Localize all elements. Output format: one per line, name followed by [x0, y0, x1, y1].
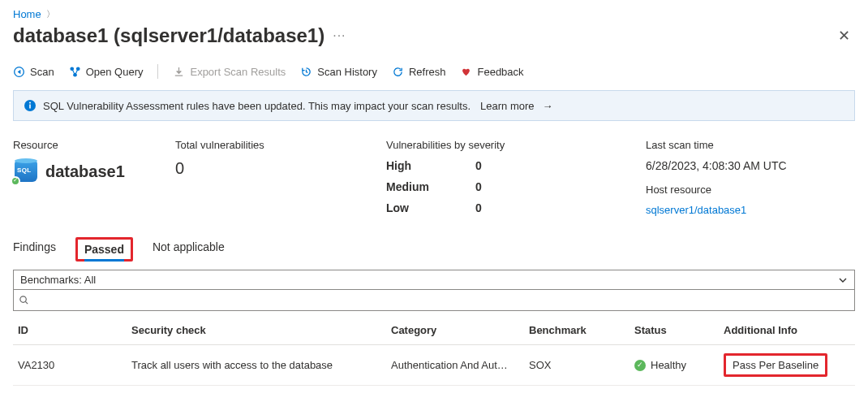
- tab-not-applicable[interactable]: Not applicable: [153, 240, 225, 258]
- open-query-button[interactable]: Open Query: [69, 66, 144, 78]
- col-benchmark[interactable]: Benchmark: [524, 318, 630, 345]
- last-scan-label: Last scan time: [646, 139, 855, 151]
- scan-button[interactable]: Scan: [13, 66, 54, 78]
- more-actions-button[interactable]: ···: [333, 28, 346, 43]
- total-vuln-label: Total vulnerabilities: [175, 139, 386, 151]
- col-id[interactable]: ID: [13, 318, 127, 345]
- cell-category: Authentication And Aut…: [386, 345, 524, 386]
- last-scan-value: 6/28/2023, 4:08:30 AM UTC: [646, 159, 855, 172]
- sev-low-value: 0: [475, 201, 646, 214]
- banner-text: SQL Vulnerability Assessment rules have …: [43, 100, 471, 112]
- page-title: database1 (sqlserver1/database1): [13, 24, 324, 47]
- open-query-label: Open Query: [86, 66, 144, 78]
- sev-medium-label: Medium: [386, 180, 475, 193]
- search-icon: [19, 295, 29, 305]
- sql-database-icon: SQL: [13, 159, 39, 184]
- highlight-additional-info: Pass Per Baseline: [724, 353, 827, 377]
- scan-label: Scan: [30, 66, 54, 78]
- sev-high-label: High: [386, 159, 475, 172]
- status-text: Healthy: [651, 359, 686, 371]
- query-icon: [69, 66, 81, 78]
- sev-medium-value: 0: [475, 180, 646, 193]
- col-additional-info[interactable]: Additional Info: [719, 318, 855, 345]
- total-vuln-value: 0: [175, 159, 386, 178]
- tab-findings[interactable]: Findings: [13, 240, 56, 258]
- arrow-right-icon: →: [543, 100, 553, 112]
- host-resource-link[interactable]: sqlserver1/database1: [646, 204, 746, 216]
- chevron-down-icon: [838, 275, 848, 285]
- cell-id: VA2130: [13, 345, 127, 386]
- export-label: Export Scan Results: [190, 66, 286, 78]
- resource-name: database1: [45, 162, 125, 181]
- info-banner: SQL Vulnerability Assessment rules have …: [13, 90, 855, 121]
- refresh-button[interactable]: Refresh: [392, 66, 446, 78]
- breadcrumb-home[interactable]: Home: [13, 8, 41, 20]
- results-tabs: Findings Passed Not applicable: [13, 237, 855, 262]
- breadcrumb: Home 〉: [13, 8, 855, 20]
- refresh-icon: [392, 66, 404, 78]
- table-row[interactable]: VA2130 Track all users with access to th…: [13, 345, 855, 386]
- host-resource-label: Host resource: [646, 184, 855, 196]
- info-icon: [24, 99, 37, 112]
- heart-icon: [460, 66, 472, 78]
- scan-history-button[interactable]: Scan History: [300, 66, 377, 78]
- feedback-label: Feedback: [477, 66, 523, 78]
- svg-rect-5: [29, 105, 31, 109]
- toolbar-separator: [157, 64, 158, 79]
- feedback-button[interactable]: Feedback: [460, 66, 523, 78]
- col-security-check[interactable]: Security check: [127, 318, 386, 345]
- svg-point-6: [29, 102, 31, 104]
- export-button: Export Scan Results: [173, 66, 286, 78]
- refresh-label: Refresh: [409, 66, 446, 78]
- command-bar: Scan Open Query Export Scan Results Scan…: [13, 64, 855, 85]
- status-healthy-icon: [634, 360, 646, 371]
- results-table: ID Security check Category Benchmark Sta…: [13, 318, 855, 386]
- close-button[interactable]: ✕: [833, 24, 855, 48]
- learn-more-link[interactable]: Learn more: [480, 100, 534, 112]
- benchmarks-filter[interactable]: Benchmarks: All: [13, 270, 855, 290]
- sev-low-label: Low: [386, 201, 475, 214]
- cell-security-check: Track all users with access to the datab…: [127, 345, 386, 386]
- cell-benchmark: SOX: [524, 345, 630, 386]
- cell-status: Healthy: [630, 345, 719, 386]
- tab-passed[interactable]: Passed: [84, 243, 124, 262]
- search-input[interactable]: [29, 292, 849, 308]
- additional-info-text: Pass Per Baseline: [733, 359, 819, 371]
- severity-label: Vulnerabilities by severity: [386, 139, 646, 151]
- highlight-passed-tab: Passed: [75, 237, 133, 262]
- search-box[interactable]: [13, 290, 855, 311]
- cell-additional-info: Pass Per Baseline: [719, 345, 855, 386]
- col-category[interactable]: Category: [386, 318, 524, 345]
- download-icon: [173, 66, 185, 78]
- scan-icon: [13, 66, 25, 78]
- col-status[interactable]: Status: [630, 318, 719, 345]
- benchmarks-filter-label: Benchmarks: All: [20, 274, 96, 286]
- history-icon: [300, 66, 312, 78]
- chevron-right-icon: 〉: [46, 8, 55, 20]
- svg-point-7: [20, 296, 26, 302]
- history-label: Scan History: [317, 66, 377, 78]
- sev-high-value: 0: [475, 159, 646, 172]
- resource-label: Resource: [13, 139, 175, 151]
